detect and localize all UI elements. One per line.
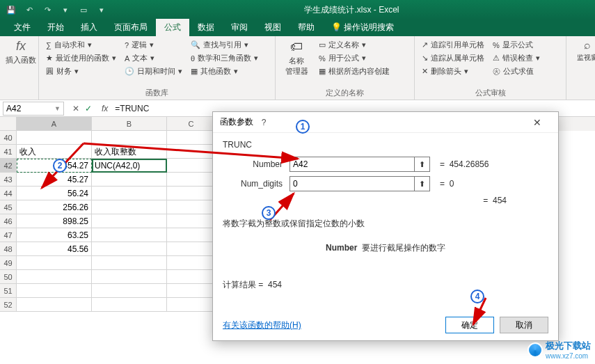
define-name-button[interactable]: ▭ 定义名称 ▾ (317, 39, 391, 51)
text-fn-button[interactable]: A文本 ▾ (123, 52, 184, 64)
tab-insert[interactable]: 插入 (72, 19, 106, 36)
fx-icon[interactable]: fx (97, 104, 112, 113)
datetime-button[interactable]: 🕒日期和时间 ▾ (123, 65, 184, 77)
enter-formula-icon[interactable]: ✓ (85, 104, 92, 113)
arg-numdigits-input[interactable] (289, 176, 415, 191)
function-arguments-dialog: 函数参数 ? ✕ TRUNC Number ⬆ = 454.26856 Num_… (212, 111, 559, 341)
text-icon: A (125, 54, 129, 63)
dialog-help-icon[interactable]: ? (253, 118, 274, 127)
save-icon[interactable]: 💾 (4, 3, 18, 17)
undo-icon[interactable]: ↶ (22, 3, 36, 17)
cell-A44[interactable]: 56.24 (17, 187, 92, 200)
create-from-selection-button[interactable]: ▦ 根据所选内容创建 (317, 65, 391, 77)
cancel-formula-icon[interactable]: ✕ (72, 104, 79, 113)
autosum-button[interactable]: ∑自动求和 ▾ (45, 39, 118, 51)
row-header[interactable]: 51 (0, 284, 17, 298)
insert-function-button[interactable]: fx 插入函数 (6, 39, 36, 65)
tell-me[interactable]: 💡 操作说明搜索 (323, 19, 402, 36)
error-check-button[interactable]: ⚠ 错误检查 ▾ (491, 52, 541, 64)
function-help-link[interactable]: 有关该函数的帮助(H) (223, 319, 301, 331)
ok-button[interactable]: 确定 (445, 317, 494, 333)
argument-description: Number 要进行截尾操作的数字 (223, 242, 548, 254)
cell-A46[interactable]: 898.25 (17, 214, 92, 228)
remove-arrows-button[interactable]: ✕ 删除箭头 ▾ (420, 65, 486, 77)
tab-view[interactable]: 视图 (256, 19, 289, 36)
annotation-badge-4: 4 (470, 290, 484, 303)
row-header[interactable]: 48 (0, 242, 17, 256)
redo-icon[interactable]: ↷ (40, 3, 54, 17)
row-header[interactable]: 52 (0, 298, 17, 312)
col-header[interactable]: B (92, 117, 167, 131)
use-in-formula-button[interactable]: % 用于公式 ▾ (317, 52, 391, 64)
row-headers-col: 40 41 42 43 44 45 46 47 48 49 50 51 52 (0, 117, 17, 312)
logic-icon: ? (125, 41, 129, 49)
cell-A47[interactable]: 63.25 (17, 228, 92, 242)
financial-button[interactable]: 圓财务 ▾ (45, 65, 118, 77)
tab-layout[interactable]: 页面布局 (106, 19, 156, 36)
cancel-button[interactable]: 取消 (500, 317, 548, 333)
close-icon[interactable]: ✕ (523, 117, 551, 128)
row-header[interactable]: 41 (0, 145, 17, 159)
col-header[interactable]: A (17, 117, 92, 131)
tab-review[interactable]: 审阅 (223, 19, 256, 36)
qat-dropdown-icon[interactable]: ▾ (95, 3, 109, 17)
cell-B42[interactable]: UNC(A42,0) (92, 159, 167, 173)
chevron-down-icon[interactable]: ▼ (54, 105, 61, 112)
collapse-dialog-icon[interactable]: ⬆ (415, 157, 430, 172)
ribbon-tabs: 文件 开始 插入 页面布局 公式 数据 审阅 视图 帮助 💡 操作说明搜索 (0, 19, 595, 36)
math-button[interactable]: θ数学和三角函数 ▾ (189, 52, 260, 64)
name-box-value: A42 (6, 104, 21, 113)
annotation-badge-3: 3 (262, 206, 276, 220)
collapse-dialog-icon[interactable]: ⬆ (415, 176, 430, 191)
touch-mode-icon[interactable]: ▭ (77, 3, 90, 17)
trace-dependents-button[interactable]: ↘ 追踪从属单元格 (420, 52, 486, 64)
row-header[interactable]: 49 (0, 256, 17, 270)
logical-button[interactable]: ?逻辑 ▾ (123, 39, 184, 51)
arg-number-input[interactable] (289, 157, 415, 172)
tab-help[interactable]: 帮助 (289, 19, 323, 36)
tab-home[interactable]: 开始 (39, 19, 72, 36)
tab-data[interactable]: 数据 (189, 19, 223, 36)
function-name: TRUNC (223, 140, 548, 150)
group-names-title: 定义的名称 (281, 86, 408, 98)
annotation-badge-2: 2 (53, 159, 67, 173)
ribbon-group-insertfn: fx 插入函数 (0, 36, 39, 100)
row-header[interactable]: 40 (0, 131, 17, 145)
watch-window-button[interactable]: ⌕ 监视窗 (572, 39, 595, 63)
row-header[interactable]: 47 (0, 228, 17, 242)
row-header[interactable]: 46 (0, 214, 17, 228)
more-fn-button[interactable]: ▦其他函数 ▾ (189, 65, 260, 77)
show-formulas-button[interactable]: % 显示公式 (491, 39, 541, 51)
row-header[interactable]: 42 (0, 159, 17, 173)
cell-B41[interactable]: 收入取整数 (92, 145, 167, 159)
lookup-button[interactable]: 🔍查找与引用 ▾ (189, 39, 260, 51)
more-icon: ▦ (191, 67, 198, 76)
row-header[interactable]: 45 (0, 200, 17, 214)
name-box[interactable]: A42 ▼ (3, 102, 64, 116)
dialog-titlebar[interactable]: 函数参数 ? ✕ (213, 112, 558, 133)
formula-bar-buttons: ✕ ✓ (67, 104, 97, 113)
cell-A48[interactable]: 45.56 (17, 242, 92, 256)
fx-icon: fx (16, 39, 26, 54)
ribbon-group-watch: ⌕ 监视窗 (566, 36, 593, 100)
tab-file[interactable]: 文件 (6, 19, 39, 36)
cell-A45[interactable]: 256.26 (17, 200, 92, 214)
row-header[interactable]: 43 (0, 173, 17, 187)
cell-A41[interactable]: 收入 (17, 145, 92, 159)
cell-A43[interactable]: 45.27 (17, 173, 92, 187)
window-title: 学生成绩统计.xlsx - Excel (109, 4, 595, 16)
clock-icon: 🕒 (125, 67, 134, 76)
col-header[interactable]: C (167, 117, 216, 131)
select-all-corner[interactable] (0, 117, 17, 131)
trace-precedents-button[interactable]: ↗ 追踪引用单元格 (420, 39, 486, 51)
name-manager-button[interactable]: 🏷 名称 管理器 (281, 39, 312, 77)
recent-fn-button[interactable]: ★最近使用的函数 ▾ (45, 52, 118, 64)
tab-formulas[interactable]: 公式 (156, 19, 189, 36)
evaluate-formula-button[interactable]: ㊋ 公式求值 (491, 65, 541, 77)
ribbon: fx 插入函数 ∑自动求和 ▾ ★最近使用的函数 ▾ 圓财务 ▾ ?逻辑 ▾ A… (0, 36, 595, 100)
row-header[interactable]: 44 (0, 187, 17, 200)
row-header[interactable]: 50 (0, 270, 17, 284)
qat-more-icon[interactable]: ▾ (58, 3, 72, 17)
annotation-badge-1: 1 (296, 120, 310, 134)
title-bar: 💾 ↶ ↷ ▾ ▭ ▾ 学生成绩统计.xlsx - Excel (0, 0, 595, 19)
